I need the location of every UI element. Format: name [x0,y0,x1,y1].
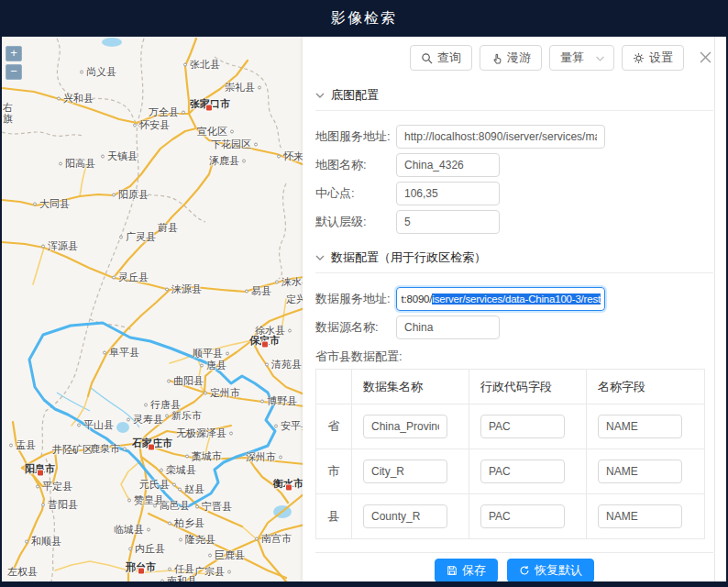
data-service-url-input[interactable]: t:8090/iserver/services/data-China100-3/… [396,287,605,311]
close-icon [700,51,711,63]
province-dataset-input[interactable] [363,415,447,438]
place-dot-icon [167,379,171,382]
restore-default-button[interactable]: 恢复默认 [507,559,594,582]
query-button[interactable]: 查询 [410,45,472,71]
place-dot-icon [153,504,157,507]
place-dot-icon [36,484,39,488]
map-place-label: 万全县 [149,105,185,119]
city-marker-icon [38,471,43,476]
place-dot-icon [25,539,28,543]
settings-panel: 查询 漫游 量算 设置 底图配置 [303,37,726,581]
province-code-input[interactable] [480,415,565,438]
basemap-section-header[interactable]: 底图配置 [315,81,713,111]
county-name-input[interactable] [598,504,682,528]
place-dot-icon [258,85,261,89]
dataconf-fields: 数据服务地址: t:8090/iserver/services/data-Chi… [315,273,713,339]
place-dot-icon [230,129,234,133]
table-header-dataset: 数据集名称 [352,370,469,404]
map-place-label: 易县 [245,284,271,298]
map-place-label: 灵寿县 [127,413,163,426]
map-place-label: 下花园区 [211,138,258,151]
place-dot-icon [200,363,204,367]
dataconf-section-title: 数据配置（用于行政区检索） [331,249,486,266]
city-marker-icon [206,105,212,111]
county-code-input[interactable] [480,504,565,528]
row-level-label: 省 [316,404,352,449]
map-place-label: 大同县 [33,197,70,211]
map-place-label: 衡水市 [273,477,303,491]
map-place-label: 新乐市 [165,409,202,423]
panel-footer: 保存 恢复默认 [315,552,713,582]
place-dot-icon [77,423,81,426]
place-dot-icon [245,289,248,293]
place-dot-icon [41,503,45,506]
city-dataset-input[interactable] [363,460,447,483]
datasource-name-label: 数据源名称: [315,319,396,336]
default-zoom-input[interactable] [396,210,500,234]
map-place-label: 蔚县 [158,221,178,235]
zoom-out-button[interactable]: − [6,64,22,80]
map-place-label: 高邑县 [153,499,190,513]
county-dataset-input[interactable] [363,504,447,528]
place-dot-icon [226,351,229,355]
map-place-label: 平定县 [36,480,72,493]
place-dot-icon [208,553,212,557]
map-canvas[interactable]: 尚义县张北县崇礼县张家口市万全县怀安县兴和县右旗宣化区下花园区涿鹿县怀来县阳高县… [2,37,304,581]
restore-default-button-label: 恢复默认 [535,562,582,579]
map-place-label: 安平县 [274,419,304,433]
datasource-name-input[interactable] [396,316,500,339]
place-dot-icon [260,399,264,403]
map-place-label: 宁晋县 [195,500,232,514]
settings-button[interactable]: 设置 [622,45,684,71]
place-dot-icon [182,110,185,114]
map-place-label: 邢台市 [126,560,156,574]
city-name-input[interactable] [598,460,682,483]
map-place-label: 鹿泉市 [90,442,127,456]
place-dot-icon [133,123,137,127]
city-code-input[interactable] [480,460,565,483]
close-panel-button[interactable] [697,50,713,66]
map-place-label: 平山县 [77,418,114,432]
province-name-input[interactable] [598,415,682,438]
app-window: 影像检索 [0,0,728,587]
panel-scrollbar[interactable] [714,37,715,581]
dataconf-section-header[interactable]: 数据配置（用于行政区检索） [315,243,713,273]
map-place-label: 怀来县 [277,150,304,163]
region-config-table: 数据集名称 行政代码字段 名称字段 省 市 县 [315,369,705,539]
save-button[interactable]: 保存 [435,559,498,582]
map-place-label: 阳高县 [59,157,95,171]
map-service-url-input[interactable] [396,125,605,149]
map-place-label: 赵县 [178,482,204,496]
map-place-label: 天镇县 [101,150,138,163]
place-dot-icon [80,70,83,73]
place-dot-icon [195,504,199,508]
map-place-label: 怀安县 [133,118,170,132]
map-place-label: 南和县 [160,574,197,582]
panel-toolbar: 查询 漫游 量算 设置 [315,44,713,72]
zoom-in-button[interactable]: + [6,46,22,61]
gear-icon [633,52,645,64]
title-bar: 影像检索 [0,0,728,37]
place-dot-icon [165,287,169,291]
place-dot-icon [288,328,292,332]
map-place-label: 旗 [3,112,13,126]
place-dot-icon [41,244,45,248]
data-service-url-label: 数据服务地址: [315,291,396,307]
map-place-label: 涿鹿县 [209,154,246,168]
measure-dropdown[interactable]: 量算 [549,45,614,71]
place-dot-icon [147,527,150,531]
map-place-label: 元氏县 [139,478,176,492]
map-place-label: 博野县 [260,394,297,408]
place-dot-icon [127,417,130,421]
table-header-name: 名称字段 [587,370,705,404]
center-point-input[interactable] [396,182,500,205]
map-place-label: 保定市 [249,334,280,348]
map-place-label: 涞源县 [165,282,202,296]
table-header-row: 数据集名称 行政代码字段 名称字段 [316,370,705,404]
map-place-label: 隆尧县 [179,533,215,547]
map-name-label: 地图名称: [315,157,396,173]
map-name-input[interactable] [396,153,500,177]
map-service-url-label: 地图服务地址: [315,128,396,145]
roam-button[interactable]: 漫游 [480,45,542,71]
center-point-label: 中心点: [315,185,396,202]
